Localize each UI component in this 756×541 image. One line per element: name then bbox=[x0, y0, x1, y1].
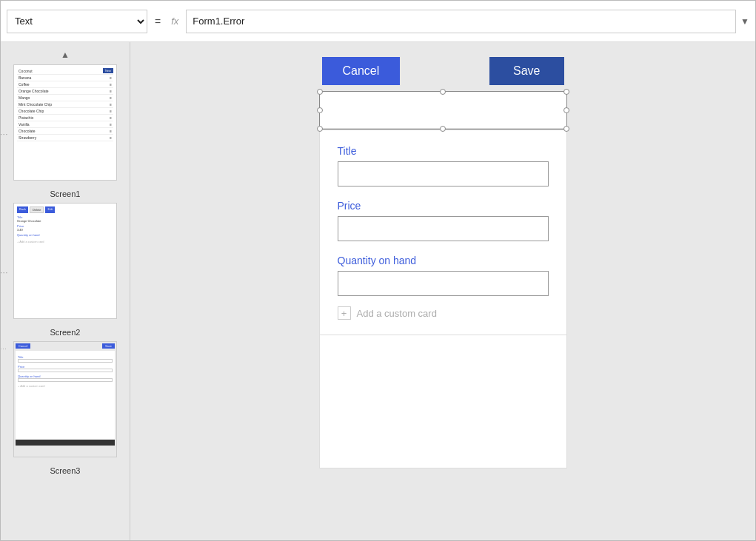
cancel-button[interactable]: Cancel bbox=[322, 57, 401, 85]
list-item: Orange Chocolate≡ bbox=[17, 88, 113, 95]
add-card-label: Add a custom card bbox=[357, 308, 437, 319]
screen2-label: Screen2 bbox=[13, 325, 117, 341]
screen1-thumbnail[interactable]: New Coconut≡ Banana≡ Coffee≡ Orange Choc… bbox=[13, 64, 117, 181]
formula-input[interactable] bbox=[186, 10, 736, 33]
qty-input[interactable] bbox=[338, 271, 549, 296]
thumb3-title-input bbox=[18, 359, 113, 363]
thumb3-cancel-btn: Cancel bbox=[16, 343, 30, 349]
canvas-area: Cancel Save Title bbox=[130, 42, 755, 541]
new-badge: New bbox=[103, 68, 113, 73]
list-item: Strawberry≡ bbox=[17, 135, 113, 141]
left-panel: ▲ ··· New Coconut≡ Banana≡ Coffee≡ Orang… bbox=[1, 42, 130, 541]
thumb-price-value: 3.49 bbox=[17, 228, 113, 232]
screen3-label: Screen3 bbox=[13, 463, 117, 480]
form-top-bar: Cancel Save bbox=[319, 57, 567, 85]
screen1-dots: ··· bbox=[1, 130, 8, 138]
title-label: Title bbox=[338, 145, 549, 157]
thumb3-add-card: + Add a custom card bbox=[18, 384, 113, 388]
thumb3-save-btn: Save bbox=[102, 343, 115, 349]
screen1-content: New Coconut≡ Banana≡ Coffee≡ Orange Choc… bbox=[14, 65, 116, 180]
screen3-thumbnail[interactable]: Cancel Save Title Price Quantity on hand… bbox=[13, 341, 117, 457]
formula-bar-select[interactable]: Text bbox=[7, 10, 147, 33]
screen3-content: Cancel Save Title Price Quantity on hand… bbox=[14, 342, 116, 457]
main-layout: ▲ ··· New Coconut≡ Banana≡ Coffee≡ Orang… bbox=[1, 42, 755, 541]
screen1-wrapper: ··· New Coconut≡ Banana≡ Coffee≡ Orange … bbox=[13, 64, 117, 203]
list-item: Pistachio≡ bbox=[17, 115, 113, 121]
fx-label: fx bbox=[168, 16, 181, 27]
list-item: Mango≡ bbox=[17, 95, 113, 101]
screen2-dots: ··· bbox=[1, 268, 8, 276]
form-body: Title Price Quantity on hand + Add a cus… bbox=[319, 130, 567, 335]
screen3-wrapper: ··· Cancel Save Title Price Quantity on … bbox=[13, 341, 117, 480]
title-input[interactable] bbox=[338, 161, 549, 187]
price-label: Price bbox=[338, 200, 549, 212]
formula-dropdown-icon[interactable]: ▼ bbox=[740, 16, 749, 27]
selection-box bbox=[319, 91, 567, 130]
screen3-body: Title Price Quantity on hand + Add a cus… bbox=[16, 351, 115, 425]
form-footer bbox=[319, 335, 567, 468]
thumb3-qty-input bbox=[18, 378, 113, 382]
save-button[interactable]: Save bbox=[489, 57, 563, 85]
screen1-label: Screen1 bbox=[13, 187, 117, 203]
screen3-black-bar bbox=[16, 440, 115, 446]
form-card: Cancel Save Title bbox=[319, 57, 567, 468]
list-item: Chocolate≡ bbox=[17, 128, 113, 135]
qty-label: Quantity on hand bbox=[338, 255, 549, 266]
screen2-thumbnail[interactable]: Back Delete Edit Title Orange Chocolate … bbox=[13, 203, 117, 319]
thumb-delete-btn: Delete bbox=[30, 206, 44, 213]
screen3-btn-row: Cancel Save bbox=[16, 343, 115, 349]
thumb3-price-input bbox=[18, 369, 113, 372]
thumb-back-btn: Back bbox=[17, 206, 28, 213]
list-item: Coffee≡ bbox=[17, 81, 113, 88]
thumb-edit-btn: Edit bbox=[45, 206, 55, 213]
list-item: Mint Chocolate Chip≡ bbox=[17, 101, 113, 108]
thumb-title-value: Orange Chocolate bbox=[17, 219, 113, 223]
screen2-btn-row: Back Delete Edit bbox=[17, 206, 113, 213]
screen3-footer bbox=[16, 425, 115, 440]
list-item: Chocolate Chip≡ bbox=[17, 108, 113, 115]
formula-bar: Text = fx ▼ bbox=[1, 1, 755, 42]
price-input[interactable] bbox=[338, 216, 549, 241]
equals-symbol: = bbox=[152, 16, 164, 27]
screen2-content: Back Delete Edit Title Orange Chocolate … bbox=[14, 204, 116, 318]
thumb-qty-label: Quantity on hand bbox=[17, 233, 113, 237]
add-card-row[interactable]: + Add a custom card bbox=[338, 306, 549, 320]
thumb-add-card: + Add a custom card bbox=[17, 240, 113, 243]
list-item: Coconut≡ bbox=[17, 68, 113, 75]
list-item: Vanilla≡ bbox=[17, 121, 113, 128]
list-item: Banana≡ bbox=[17, 75, 113, 81]
error-banner bbox=[320, 92, 566, 129]
screen2-wrapper: ··· Back Delete Edit Title Orange Chocol… bbox=[13, 203, 117, 341]
scroll-up-button[interactable]: ▲ bbox=[1, 48, 130, 64]
add-card-plus-icon: + bbox=[338, 306, 351, 320]
screen3-dots: ··· bbox=[1, 346, 7, 352]
